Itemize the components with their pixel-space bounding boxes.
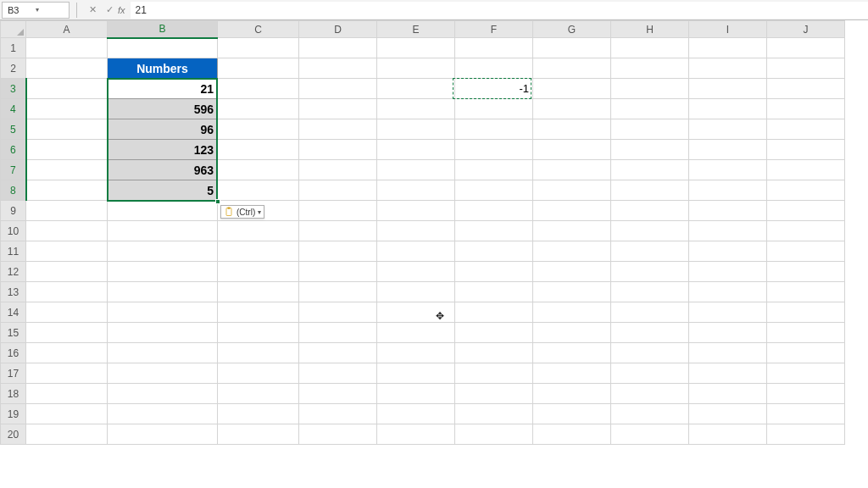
cell-C5[interactable] (218, 119, 299, 140)
cell-C7[interactable] (218, 160, 299, 180)
cell-A4[interactable] (26, 99, 108, 119)
cell-B19[interactable] (108, 404, 218, 424)
row-header-6[interactable]: 6 (1, 140, 26, 160)
cell-C20[interactable] (218, 424, 299, 445)
cell-F13[interactable] (455, 282, 533, 302)
cell-I15[interactable] (689, 323, 767, 343)
cell-D1[interactable] (299, 38, 377, 58)
cell-F12[interactable] (455, 262, 533, 282)
cell-H18[interactable] (611, 384, 689, 404)
cell-B17[interactable] (108, 363, 218, 384)
cell-I19[interactable] (689, 404, 767, 424)
cell-H16[interactable] (611, 343, 689, 363)
row-header-17[interactable]: 17 (1, 363, 26, 384)
row-header-7[interactable]: 7 (1, 160, 26, 180)
cell-E5[interactable] (377, 119, 455, 140)
cell-J16[interactable] (767, 343, 845, 363)
row-header-10[interactable]: 10 (1, 221, 26, 241)
cell-F7[interactable] (455, 160, 533, 180)
cell-D11[interactable] (299, 241, 377, 262)
row-header-12[interactable]: 12 (1, 262, 26, 282)
cell-E19[interactable] (377, 404, 455, 424)
cell-G8[interactable] (533, 180, 611, 201)
selection-fill-handle[interactable] (215, 199, 220, 204)
cell-E12[interactable] (377, 262, 455, 282)
col-header-H[interactable]: H (611, 21, 689, 38)
cell-D10[interactable] (299, 221, 377, 241)
cell-H13[interactable] (611, 282, 689, 302)
cell-J1[interactable] (767, 38, 845, 58)
cell-A8[interactable] (26, 180, 108, 201)
row-header-11[interactable]: 11 (1, 241, 26, 262)
cell-J14[interactable] (767, 302, 845, 323)
cell-F3[interactable]: -1 (455, 79, 533, 99)
cell-E10[interactable] (377, 221, 455, 241)
row-header-15[interactable]: 15 (1, 323, 26, 343)
col-header-B[interactable]: B (108, 21, 218, 38)
cell-I17[interactable] (689, 363, 767, 384)
cell-A17[interactable] (26, 363, 108, 384)
col-header-G[interactable]: G (533, 21, 611, 38)
cell-E11[interactable] (377, 241, 455, 262)
fx-icon[interactable]: fx (118, 5, 125, 15)
cell-B12[interactable] (108, 262, 218, 282)
cell-I6[interactable] (689, 140, 767, 160)
cell-A6[interactable] (26, 140, 108, 160)
cell-A1[interactable] (26, 38, 108, 58)
row-header-5[interactable]: 5 (1, 119, 26, 140)
cell-G16[interactable] (533, 343, 611, 363)
cell-C14[interactable] (218, 302, 299, 323)
cell-A9[interactable] (26, 201, 108, 221)
cell-F18[interactable] (455, 384, 533, 404)
cell-C16[interactable] (218, 343, 299, 363)
cell-A14[interactable] (26, 302, 108, 323)
cell-E17[interactable] (377, 363, 455, 384)
cell-I13[interactable] (689, 282, 767, 302)
cell-A15[interactable] (26, 323, 108, 343)
cell-D20[interactable] (299, 424, 377, 445)
cell-B11[interactable] (108, 241, 218, 262)
cell-B14[interactable] (108, 302, 218, 323)
cell-B3[interactable]: 21 (108, 79, 218, 99)
cell-J5[interactable] (767, 119, 845, 140)
cell-B1[interactable] (108, 38, 218, 58)
cell-C8[interactable] (218, 180, 299, 201)
cell-B8[interactable]: 5 (108, 180, 218, 201)
cell-A13[interactable] (26, 282, 108, 302)
cell-F1[interactable] (455, 38, 533, 58)
cell-J12[interactable] (767, 262, 845, 282)
cell-A11[interactable] (26, 241, 108, 262)
cell-G1[interactable] (533, 38, 611, 58)
cell-I12[interactable] (689, 262, 767, 282)
cell-F15[interactable] (455, 323, 533, 343)
cell-C3[interactable] (218, 79, 299, 99)
cell-A18[interactable] (26, 384, 108, 404)
cell-J8[interactable] (767, 180, 845, 201)
cell-H7[interactable] (611, 160, 689, 180)
cell-J19[interactable] (767, 404, 845, 424)
confirm-icon[interactable]: ✓ (103, 3, 116, 17)
cell-I4[interactable] (689, 99, 767, 119)
cell-F2[interactable] (455, 58, 533, 79)
cell-H12[interactable] (611, 262, 689, 282)
cell-C18[interactable] (218, 384, 299, 404)
cell-A7[interactable] (26, 160, 108, 180)
cell-H3[interactable] (611, 79, 689, 99)
cell-I8[interactable] (689, 180, 767, 201)
cell-I1[interactable] (689, 38, 767, 58)
cell-H19[interactable] (611, 404, 689, 424)
cell-I10[interactable] (689, 221, 767, 241)
cell-D17[interactable] (299, 363, 377, 384)
cell-E6[interactable] (377, 140, 455, 160)
cell-G13[interactable] (533, 282, 611, 302)
cell-F9[interactable] (455, 201, 533, 221)
cell-H1[interactable] (611, 38, 689, 58)
cell-H5[interactable] (611, 119, 689, 140)
cell-I3[interactable] (689, 79, 767, 99)
cell-C15[interactable] (218, 323, 299, 343)
col-header-A[interactable]: A (26, 21, 108, 38)
cell-G18[interactable] (533, 384, 611, 404)
cell-C19[interactable] (218, 404, 299, 424)
cell-G11[interactable] (533, 241, 611, 262)
cell-C11[interactable] (218, 241, 299, 262)
